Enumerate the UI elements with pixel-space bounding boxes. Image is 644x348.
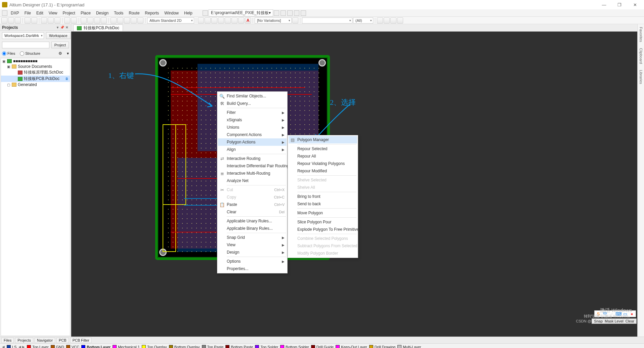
tool-collapse-icon[interactable] xyxy=(384,17,390,24)
tool-undo-icon[interactable] xyxy=(64,17,70,24)
workspace-combo[interactable]: Workspace1.DsnWrk xyxy=(2,32,44,39)
menu-file[interactable]: File xyxy=(22,10,34,16)
minimize-button[interactable]: — xyxy=(596,0,612,9)
tree-schdoc[interactable]: 转接板原理图.SchDoc xyxy=(24,70,63,75)
panel-close-icon[interactable]: ✕ xyxy=(65,26,69,30)
tool-via-icon[interactable] xyxy=(205,17,211,24)
menu-project[interactable]: Project xyxy=(60,10,78,16)
bottom-tab[interactable]: Navigator xyxy=(35,338,55,343)
layer-chip[interactable]: Bottom Paste xyxy=(225,345,253,348)
menu-item[interactable]: 📋PasteCtrl+V xyxy=(218,201,287,208)
layer-chip[interactable]: Keep-Out Layer xyxy=(336,345,367,348)
tool-a-icon[interactable]: A xyxy=(245,17,251,24)
tool-panel-icon[interactable] xyxy=(390,17,396,24)
layer-set[interactable]: LS xyxy=(7,345,16,348)
submenu-item[interactable]: Repour All xyxy=(289,153,357,160)
layer-chip[interactable]: Bottom Solder xyxy=(280,345,309,348)
tool-route-icon[interactable] xyxy=(198,17,204,24)
menu-item[interactable]: Align▶ xyxy=(218,146,287,153)
layer-chip[interactable]: GND xyxy=(51,345,64,348)
polygon-actions-submenu[interactable]: ▧Polygon ManagerRepour SelectedRepour Al… xyxy=(288,135,358,258)
menu-route[interactable]: Route xyxy=(126,10,142,16)
layer-chip[interactable]: Top Layer xyxy=(27,345,48,348)
tool-grid2-icon[interactable] xyxy=(117,17,123,24)
layer-chip[interactable]: Bottom Overlay xyxy=(169,345,200,348)
tool-copy-icon[interactable] xyxy=(48,17,54,24)
tool-board-icon[interactable] xyxy=(131,17,137,24)
tool-cut-icon[interactable] xyxy=(41,17,47,24)
filter-combo[interactable]: (All) xyxy=(353,17,373,24)
workspace-button[interactable]: Workspace xyxy=(46,32,71,39)
menu-item[interactable]: 🛠Build Query... xyxy=(218,100,287,107)
menu-tools[interactable]: Tools xyxy=(111,10,126,16)
submenu-item[interactable]: Send to back xyxy=(289,200,357,208)
menu-reports[interactable]: Reports xyxy=(142,10,162,16)
maximize-button[interactable]: ❐ xyxy=(612,0,627,9)
layer-chip[interactable]: Bottom Layer xyxy=(81,345,111,348)
nav-fwd-icon[interactable] xyxy=(281,10,286,16)
panel-pin-icon[interactable]: 📌 xyxy=(60,26,64,30)
nav-up-icon[interactable] xyxy=(294,10,299,16)
layer-chip[interactable]: VCC xyxy=(66,345,79,348)
rail-tab[interactable]: Clipboard xyxy=(639,47,643,65)
bottom-tab[interactable]: PCB Filter xyxy=(70,338,92,343)
view-options-icon[interactable]: ⚙ xyxy=(58,51,62,56)
rail-tab[interactable]: Favorites xyxy=(639,26,643,43)
menu-dxp[interactable]: DXP xyxy=(8,10,22,16)
tool-new-icon[interactable] xyxy=(1,17,7,24)
document-tab[interactable]: 转接板PCB.PcbDoc xyxy=(73,25,123,31)
tool-dim-icon[interactable] xyxy=(218,17,224,24)
layer-chip[interactable]: Top Solder xyxy=(255,345,278,348)
context-menu[interactable]: 🔍Find Similar Objects...🛠Build Query...F… xyxy=(217,91,288,273)
tool-open-icon[interactable] xyxy=(8,17,14,24)
tool-grid3-icon[interactable] xyxy=(124,17,130,24)
menu-item[interactable]: View▶ xyxy=(218,241,287,249)
menu-place[interactable]: Place xyxy=(78,10,93,16)
tool-poly-icon[interactable] xyxy=(211,17,217,24)
snap-options-popup[interactable]: SnapMask LevelClear xyxy=(592,318,637,324)
menu-edit[interactable]: Edit xyxy=(34,10,46,16)
nav-back-icon[interactable] xyxy=(274,10,279,16)
tool-select-icon[interactable] xyxy=(81,17,87,24)
menu-item[interactable]: Snap Grid▶ xyxy=(218,234,287,241)
submenu-item[interactable]: Repour Violating Polygons xyxy=(289,160,357,167)
submenu-item[interactable]: Bring to front xyxy=(289,193,357,200)
menu-item[interactable]: Polygon Actions▶ xyxy=(218,138,287,146)
menu-item[interactable]: Component Actions▶ xyxy=(218,131,287,138)
menu-view[interactable]: View xyxy=(46,10,60,16)
menu-item[interactable]: Analyze Net xyxy=(218,177,287,184)
menu-item[interactable]: Design▶ xyxy=(218,249,287,256)
tree-source-documents[interactable]: Source Documents xyxy=(18,64,52,69)
menu-item[interactable]: Properties... xyxy=(218,265,287,272)
menu-item[interactable]: Options▶ xyxy=(218,258,287,265)
menu-item[interactable]: Applicable Binary Rules... xyxy=(218,225,287,232)
project-button[interactable]: Project xyxy=(51,42,69,48)
quick-icons[interactable]: S中ᐧ⌨▭● xyxy=(594,310,636,317)
menu-item[interactable]: Filter▶ xyxy=(218,109,287,116)
submenu-item[interactable]: Repour Modified xyxy=(289,167,357,175)
panel-menu-icon[interactable]: ▾ xyxy=(55,26,59,30)
submenu-item[interactable]: Repour Selected xyxy=(289,145,357,153)
close-button[interactable]: ✕ xyxy=(627,0,643,9)
radio-files[interactable]: Files xyxy=(2,51,15,56)
submenu-item[interactable]: ▧Polygon Manager xyxy=(289,136,357,143)
tool-preview-icon[interactable] xyxy=(31,17,37,24)
tool-string-icon[interactable] xyxy=(238,17,244,24)
project-input[interactable] xyxy=(2,42,49,48)
tool-expand-icon[interactable] xyxy=(377,17,383,24)
menu-item[interactable]: ≣Interactive Multi-Routing xyxy=(218,170,287,177)
filter-input[interactable] xyxy=(302,17,352,24)
submenu-item[interactable]: Slice Polygon Pour xyxy=(289,218,357,226)
menu-item[interactable]: Unions▶ xyxy=(218,124,287,131)
menu-help[interactable]: Help xyxy=(181,10,195,16)
dxp-icon[interactable] xyxy=(2,10,7,16)
project-tree[interactable]: ▣■■■■■■■■■■ ▣Source Documents 转接板原理图.Sch… xyxy=(1,58,70,336)
home-icon[interactable] xyxy=(287,10,293,16)
tool-move-icon[interactable] xyxy=(87,17,93,24)
snap-option[interactable]: Mask Level xyxy=(605,319,624,323)
folder-icon[interactable] xyxy=(203,10,208,16)
tool-cross-icon[interactable] xyxy=(397,17,403,24)
tool-print-icon[interactable] xyxy=(25,17,31,24)
help-icon[interactable] xyxy=(301,10,306,16)
radio-structure[interactable]: Structure xyxy=(20,51,40,56)
